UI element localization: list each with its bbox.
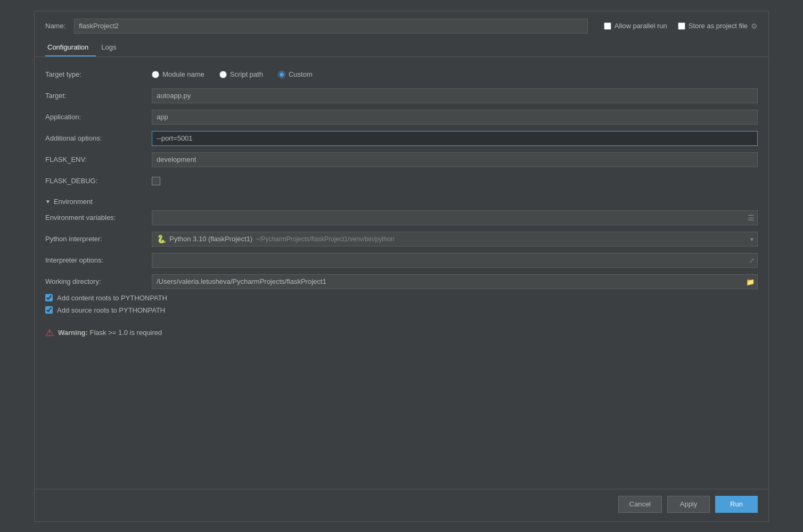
- target-label: Target:: [45, 92, 152, 100]
- python-interpreter-field[interactable]: 🐍 Python 3.10 (flaskProject1) ~/PycharmP…: [152, 232, 758, 247]
- add-source-roots-row: Add source roots to PYTHONPATH: [45, 306, 758, 314]
- radio-custom[interactable]: Custom: [278, 70, 313, 78]
- radio-script-path-input[interactable]: [219, 71, 227, 78]
- add-content-roots-checkbox[interactable]: [45, 294, 53, 301]
- flask-debug-checkbox[interactable]: [152, 177, 160, 185]
- interpreter-options-content: ⤢: [152, 253, 758, 268]
- radio-module-name[interactable]: Module name: [152, 70, 204, 78]
- radio-custom-input[interactable]: [278, 71, 285, 78]
- radio-module-name-label: Module name: [162, 70, 204, 78]
- flask-debug-label: FLASK_DEBUG:: [45, 177, 152, 185]
- python-icon: 🐍: [157, 234, 166, 244]
- radio-custom-label: Custom: [289, 70, 313, 78]
- flask-debug-content: [152, 177, 758, 185]
- triangle-icon: ▼: [45, 199, 51, 204]
- cancel-button[interactable]: Cancel: [618, 496, 662, 513]
- allow-parallel-group: Allow parallel run: [604, 22, 667, 30]
- application-label: Application:: [45, 113, 152, 121]
- python-interpreter-content: 🐍 Python 3.10 (flaskProject1) ~/PycharmP…: [152, 232, 758, 247]
- add-content-roots-label: Add content roots to PYTHONPATH: [57, 294, 167, 302]
- target-type-label: Target type:: [45, 70, 152, 78]
- warning-bold: Warning:: [58, 329, 88, 337]
- flask-debug-row: FLASK_DEBUG:: [45, 172, 758, 190]
- env-vars-label: Environment variables:: [45, 214, 152, 222]
- interpreter-options-label: Interpreter options:: [45, 256, 152, 264]
- flask-env-row: FLASK_ENV:: [45, 151, 758, 169]
- header-right: Allow parallel run Store as project file…: [604, 22, 758, 30]
- additional-options-input[interactable]: [152, 131, 758, 146]
- tab-logs[interactable]: Logs: [99, 39, 124, 56]
- warning-row: ⚠ Warning: Flask >= 1.0 is required: [45, 327, 758, 344]
- apply-button[interactable]: Apply: [667, 496, 710, 513]
- working-directory-input[interactable]: [152, 274, 758, 289]
- radio-module-name-input[interactable]: [152, 71, 159, 78]
- target-row: Target:: [45, 87, 758, 105]
- python-interpreter-path: ~/PycharmProjects/flaskProject1/venv/bin…: [256, 235, 394, 243]
- target-content: [152, 88, 758, 103]
- tab-configuration[interactable]: Configuration: [45, 39, 96, 56]
- flask-env-content: [152, 152, 758, 167]
- add-content-roots-row: Add content roots to PYTHONPATH: [45, 294, 758, 302]
- target-input[interactable]: [152, 88, 758, 103]
- env-list-icon[interactable]: ☰: [748, 214, 755, 222]
- working-directory-label: Working directory:: [45, 277, 152, 285]
- interpreter-options-input[interactable]: [152, 253, 758, 268]
- name-label: Name:: [45, 22, 65, 30]
- store-project-checkbox[interactable]: [678, 22, 685, 30]
- interp-input-wrapper: ⤢: [152, 253, 758, 268]
- header-row: Name: Allow parallel run Store as projec…: [35, 11, 768, 39]
- env-vars-input[interactable]: [152, 210, 758, 225]
- tabs-row: Configuration Logs: [35, 39, 768, 57]
- flask-env-label: FLASK_ENV:: [45, 155, 152, 163]
- target-type-row: Target type: Module name Script path Cus…: [45, 66, 758, 84]
- working-dir-wrapper: 📁: [152, 274, 758, 289]
- name-input[interactable]: [74, 19, 587, 34]
- environment-section-label: Environment: [54, 198, 93, 206]
- python-interpreter-value: Python 3.10 (flaskProject1): [169, 235, 252, 243]
- radio-script-path-label: Script path: [230, 70, 263, 78]
- python-interpreter-row: Python interpreter: 🐍 Python 3.10 (flask…: [45, 230, 758, 248]
- run-button[interactable]: Run: [715, 496, 758, 513]
- working-directory-row: Working directory: 📁: [45, 273, 758, 291]
- allow-parallel-checkbox[interactable]: [604, 22, 611, 30]
- allow-parallel-label: Allow parallel run: [614, 22, 667, 30]
- add-source-roots-label: Add source roots to PYTHONPATH: [57, 306, 165, 314]
- warning-rest: Flask >= 1.0 is required: [88, 329, 162, 337]
- python-interpreter-dropdown[interactable]: 🐍 Python 3.10 (flaskProject1) ~/PycharmP…: [152, 232, 758, 247]
- store-project-label: Store as project file: [689, 22, 748, 30]
- additional-options-row: Additional options:: [45, 129, 758, 148]
- expand-icon[interactable]: ⤢: [749, 257, 755, 264]
- interpreter-options-row: Interpreter options: ⤢: [45, 251, 758, 269]
- gear-icon[interactable]: ⚙: [751, 22, 758, 30]
- footer: Cancel Apply Run: [35, 489, 768, 521]
- application-content: [152, 110, 758, 125]
- add-source-roots-checkbox[interactable]: [45, 306, 53, 314]
- warning-icon: ⚠: [45, 327, 54, 339]
- working-directory-content: 📁: [152, 274, 758, 289]
- run-configuration-dialog: Name: Allow parallel run Store as projec…: [34, 11, 769, 522]
- additional-options-label: Additional options:: [45, 134, 152, 142]
- environment-section-header[interactable]: ▼ Environment: [45, 198, 758, 206]
- python-interpreter-label: Python interpreter:: [45, 235, 152, 243]
- warning-text: Warning: Flask >= 1.0 is required: [58, 329, 162, 337]
- env-vars-row: Environment variables: ☰: [45, 209, 758, 227]
- store-project-group: Store as project file ⚙: [678, 22, 758, 30]
- folder-icon[interactable]: 📁: [746, 277, 755, 285]
- form-body: Target type: Module name Script path Cus…: [35, 57, 768, 489]
- dropdown-arrow-icon: ▼: [749, 236, 755, 242]
- target-type-options: Module name Script path Custom: [152, 70, 758, 78]
- env-input-wrapper: ☰: [152, 210, 758, 225]
- radio-script-path[interactable]: Script path: [219, 70, 263, 78]
- application-input[interactable]: [152, 110, 758, 125]
- additional-options-content: [152, 131, 758, 146]
- flask-env-input[interactable]: [152, 152, 758, 167]
- application-row: Application:: [45, 108, 758, 126]
- env-vars-content: ☰: [152, 210, 758, 225]
